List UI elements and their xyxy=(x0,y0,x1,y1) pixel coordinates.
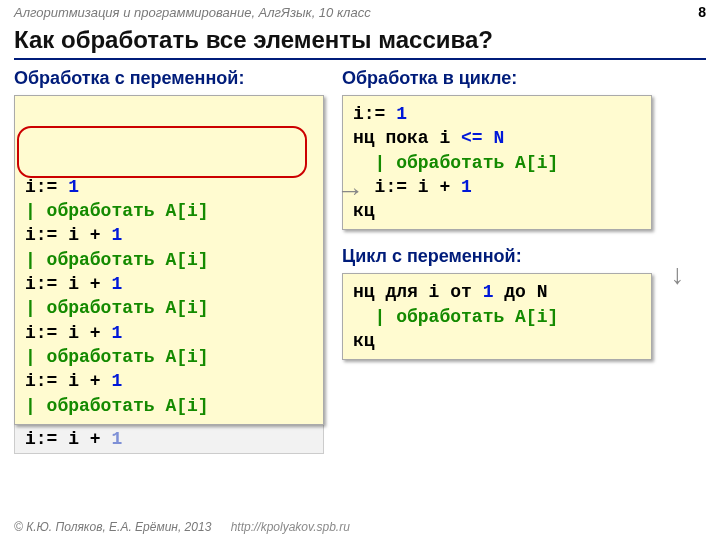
arrow-down-icon: → xyxy=(662,262,694,290)
content-area: Обработка с переменной: i:= 1| обработат… xyxy=(0,66,720,454)
page-number: 8 xyxy=(698,4,706,20)
slide-title: Как обработать все элементы массива? xyxy=(0,22,720,58)
left-subtitle: Обработка с переменной: xyxy=(14,68,324,89)
slide-footer: © К.Ю. Поляков, Е.А. Ерёмин, 2013 http:/… xyxy=(14,520,350,534)
slide-header: Алгоритмизация и программирование, АлгЯз… xyxy=(0,0,720,22)
highlight-oval xyxy=(17,126,307,178)
arrow-right-icon: → xyxy=(336,175,364,207)
right-subtitle-2: Цикл с переменной: xyxy=(342,246,682,267)
course-label: Алгоритмизация и программирование, АлгЯз… xyxy=(14,5,371,20)
code-extra-line: i:= i + 1 xyxy=(14,425,324,454)
left-column: Обработка с переменной: i:= 1| обработат… xyxy=(14,66,324,454)
code-box-for: нц для i от 1 до N | обработать A[i]кц xyxy=(342,273,652,360)
code-box-variable: i:= 1| обработать A[i]i:= i + 1| обработ… xyxy=(14,95,324,425)
right-subtitle-1: Обработка в цикле: xyxy=(342,68,682,89)
title-underline xyxy=(14,58,706,60)
footer-url: http://kpolyakov.spb.ru xyxy=(231,520,350,534)
code-box-loop: i:= 1нц пока i <= N | обработать A[i] i:… xyxy=(342,95,652,230)
footer-authors: © К.Ю. Поляков, Е.А. Ерёмин, 2013 xyxy=(14,520,211,534)
right-column: Обработка в цикле: i:= 1нц пока i <= N |… xyxy=(342,66,682,454)
